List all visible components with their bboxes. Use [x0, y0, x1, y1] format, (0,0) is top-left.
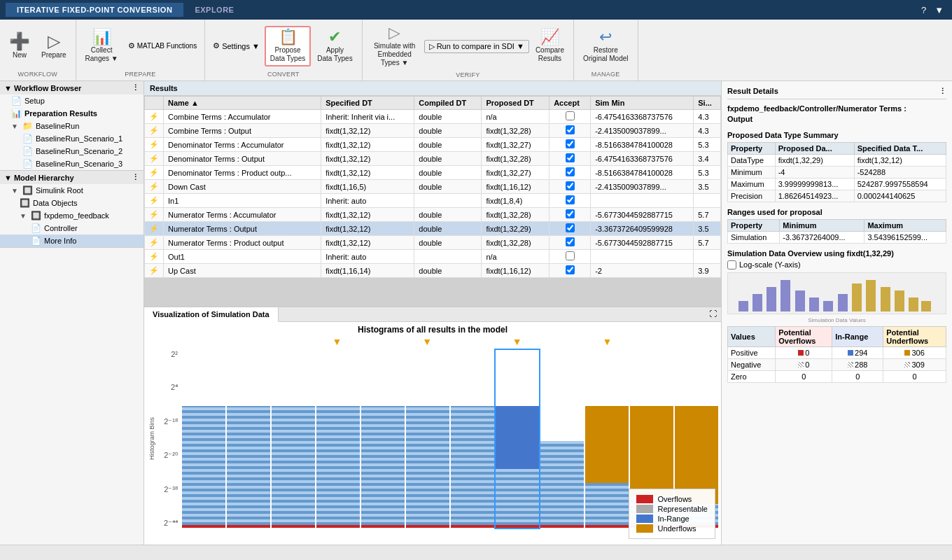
table-row[interactable]: ⚡ Combine Terms : Output fixdt(1,32,12) …	[145, 124, 721, 138]
col-specified-dt[interactable]: Specified DT	[321, 97, 414, 110]
model-hierarchy-header[interactable]: ▼ Model Hierarchy ⋮	[0, 171, 144, 184]
col-proposed-dt[interactable]: Proposed DT	[482, 97, 550, 110]
collect-ranges-container: 📊 CollectRanges ▼	[80, 27, 123, 66]
matlab-functions-button[interactable]: ⚙ MATLAB Functions	[125, 39, 200, 52]
help-button[interactable]: ?	[918, 5, 929, 15]
row-compiled-dt: double	[414, 110, 482, 124]
hist-col[interactable]	[451, 350, 494, 528]
workflow-browser-header[interactable]: ▼ Workflow Browser ⋮	[0, 81, 144, 94]
accept-checkbox[interactable]	[566, 265, 575, 274]
row-accept[interactable]	[550, 138, 591, 152]
hist-col[interactable]	[272, 350, 315, 528]
table-row[interactable]: ⚡ Denominator Terms : Accumulator fixdt(…	[145, 138, 721, 152]
table-row[interactable]: ⚡ Numerator Terms : Accumulator fixdt(1,…	[145, 208, 721, 222]
row-specified-dt: fixdt(1,32,12)	[321, 222, 414, 236]
sim-col-inrange: In-Range	[832, 326, 883, 346]
row-accept[interactable]	[550, 152, 591, 166]
accept-checkbox[interactable]	[566, 111, 575, 120]
viz-tab-simulation[interactable]: Visualization of Simulation Data	[144, 307, 279, 322]
new-button[interactable]: ➕ New	[4, 30, 35, 62]
hist-col[interactable]	[406, 350, 449, 528]
row-accept[interactable]	[550, 166, 591, 180]
hist-col[interactable]	[540, 350, 584, 528]
right-panel-menu[interactable]: ⋮	[939, 87, 946, 96]
tab-iterative[interactable]: ITERATIVE FIXED-POINT CONVERSION	[6, 3, 183, 17]
table-row[interactable]: ⚡ In1 Inherit: auto fixdt(1,8,4)	[145, 194, 721, 208]
compare-results-button[interactable]: 📈 CompareResults	[531, 27, 569, 66]
col-sim-min[interactable]: Sim Min	[591, 97, 694, 110]
row-accept[interactable]	[550, 236, 591, 250]
row-icon-cell: ⚡	[145, 250, 164, 264]
table-row[interactable]: ⚡ Numerator Terms : Product output fixdt…	[145, 236, 721, 250]
run-to-compare-button[interactable]: ▷ Run to compare in SDI ▼	[424, 40, 529, 53]
menu-button[interactable]: ▼	[932, 5, 946, 15]
sidebar-item-baselinerun[interactable]: ▼ 📁 BaselineRun	[0, 120, 144, 132]
overflow-segment	[182, 525, 225, 528]
accept-checkbox[interactable]	[566, 181, 575, 190]
sidebar-item-controller[interactable]: 📄 Controller	[0, 222, 144, 234]
col-accept[interactable]: Accept	[550, 97, 591, 110]
accept-checkbox[interactable]	[566, 223, 575, 232]
sim-overview-title: Simulation Data Overview using fixdt(1,3…	[727, 249, 946, 258]
col-si[interactable]: Si...	[694, 97, 721, 110]
log-scale-checkbox[interactable]	[727, 260, 736, 270]
sidebar-item-data-objects[interactable]: 🔲 Data Objects	[0, 197, 144, 209]
row-accept[interactable]	[550, 110, 591, 124]
sidebar-item-preparation-results[interactable]: 📊 Preparation Results	[0, 107, 144, 120]
row-accept[interactable]	[550, 180, 591, 194]
sidebar-item-more-info[interactable]: 📄 More Info	[0, 234, 144, 247]
row-accept[interactable]	[550, 264, 591, 278]
table-row[interactable]: ⚡ Up Cast fixdt(1,16,14) double fixdt(1,…	[145, 264, 721, 278]
hist-col[interactable]	[496, 350, 539, 528]
row-accept[interactable]	[550, 222, 591, 236]
table-container[interactable]: Name ▲ Specified DT Compiled DT Proposed…	[144, 96, 721, 306]
workflow-browser-menu[interactable]: ⋮	[132, 83, 139, 92]
sidebar-item-setup[interactable]: 📄 Setup	[0, 94, 144, 107]
row-accept[interactable]	[550, 194, 591, 208]
accept-checkbox[interactable]	[566, 209, 575, 218]
propose-data-types-button[interactable]: 📋 ProposeData Types	[265, 26, 311, 66]
table-row[interactable]: ⚡ Denominator Terms : Product outp... fi…	[145, 166, 721, 180]
accept-checkbox[interactable]	[566, 237, 575, 246]
row-accept[interactable]	[550, 250, 591, 264]
row-accept[interactable]	[550, 208, 591, 222]
restore-button[interactable]: ↩ RestoreOriginal Model	[578, 27, 633, 66]
row-sim-min	[591, 194, 694, 208]
accept-checkbox[interactable]	[566, 167, 575, 176]
accept-checkbox[interactable]	[566, 195, 575, 204]
row-proposed-dt: n/a	[482, 250, 550, 264]
sidebar-item-fxpdemo[interactable]: ▼ 🔲 fxpdemo_feedback	[0, 209, 144, 222]
hist-col[interactable]	[361, 350, 405, 528]
col-compiled-dt[interactable]: Compiled DT	[414, 97, 482, 110]
accept-checkbox[interactable]	[566, 153, 575, 162]
hist-col[interactable]	[585, 350, 629, 528]
col-name[interactable]: Name ▲	[164, 97, 321, 110]
hist-col[interactable]	[316, 350, 360, 528]
hist-col[interactable]	[182, 350, 225, 528]
table-row[interactable]: ⚡ Denominator Terms : Output fixdt(1,32,…	[145, 152, 721, 166]
sim-positive-overflows: 0	[776, 346, 832, 358]
simulate-embedded-button[interactable]: ▷ Simulate withEmbedded Types ▼	[367, 22, 423, 70]
table-row[interactable]: ⚡ Out1 Inherit: auto n/a	[145, 250, 721, 264]
sidebar-item-scenario2[interactable]: 📄 BaselineRun_Scenario_2	[0, 145, 144, 158]
hist-col[interactable]	[227, 350, 270, 528]
table-row[interactable]: ⚡ Combine Terms : Accumulator Inherit: I…	[145, 110, 721, 124]
prepare-button[interactable]: ▷ Prepare	[36, 30, 71, 62]
tab-explore[interactable]: EXPLORE	[183, 3, 245, 17]
sidebar-item-scenario3[interactable]: 📄 BaselineRun_Scenario_3	[0, 158, 144, 170]
accept-checkbox[interactable]	[566, 251, 575, 260]
table-row[interactable]: ⚡ Numerator Terms : Output fixdt(1,32,12…	[145, 222, 721, 236]
table-row[interactable]: ⚡ Down Cast fixdt(1,16,5) double fixdt(1…	[145, 180, 721, 194]
row-accept[interactable]	[550, 124, 591, 138]
model-hierarchy-menu[interactable]: ⋮	[132, 173, 139, 182]
sidebar-item-simulink-root[interactable]: ▼ 🔲 Simulink Root	[0, 184, 144, 197]
accept-checkbox[interactable]	[566, 139, 575, 148]
row-compiled-dt: double	[414, 180, 482, 194]
apply-data-button[interactable]: ✔ ApplyData Types	[312, 27, 357, 66]
settings-button[interactable]: ⚙ Settings ▼	[209, 39, 263, 52]
collect-ranges-button[interactable]: 📊 CollectRanges ▼	[80, 27, 123, 66]
viz-expand-btn[interactable]: ⛶	[705, 307, 721, 321]
row-si: 3.5	[694, 222, 721, 236]
accept-checkbox[interactable]	[566, 125, 575, 134]
sidebar-item-scenario1[interactable]: 📄 BaselineRun_Scenario_1	[0, 132, 144, 145]
